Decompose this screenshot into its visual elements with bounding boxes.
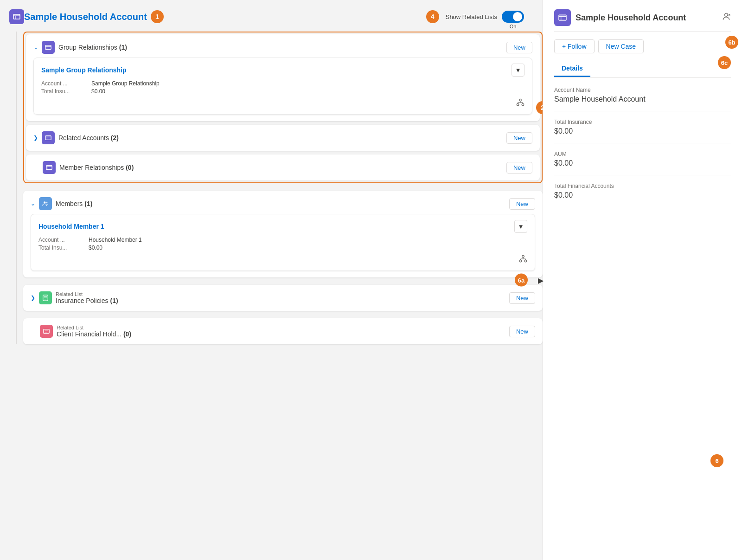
related-accounts-new-button[interactable]: New	[506, 132, 532, 144]
hm-field1-value: Household Member 1	[89, 237, 527, 243]
page-header: Sample Household Account 1 4 Show Relate…	[9, 9, 543, 24]
svg-rect-32	[44, 329, 49, 334]
hm-field1-label: Account ...	[38, 237, 85, 243]
item-card-header: Sample Group Relationship ▼	[41, 64, 525, 77]
household-hierarchy-icon[interactable]	[519, 255, 527, 265]
right-panel-header: Sample Household Account	[554, 9, 731, 32]
details-tabs: Details 6c	[554, 61, 731, 77]
toggle-switch[interactable]: On	[502, 11, 524, 23]
highlighted-group: 2 ⌄ Group Relationships (1)	[23, 32, 543, 183]
left-panel: Sample Household Account 1 4 Show Relate…	[0, 0, 543, 560]
group-relationships-card: ⌄ Group Relationships (1) New	[26, 34, 540, 121]
show-related-label: Show Related Lists	[446, 13, 497, 20]
hm-field2-value: $0.00	[89, 245, 527, 251]
total-insurance-label: Total Insurance	[554, 119, 731, 125]
gr-field2-value: $0.00	[91, 88, 525, 95]
hm-field2-label: Total Insu...	[38, 245, 85, 251]
new-case-button[interactable]: New Case	[598, 39, 644, 53]
client-financial-hold-card: Related List Client Financial Hold... (0…	[23, 318, 543, 344]
page-header-icon	[9, 9, 24, 24]
members-title: Members (1)	[56, 200, 505, 207]
client-financial-hold-title: Client Financial Hold... (0)	[57, 330, 505, 338]
account-name-field: Account Name Sample Household Account	[554, 87, 731, 111]
group-relationship-link[interactable]: Sample Group Relationship	[41, 66, 127, 74]
household-member-item: Household Member 1 ▼ Account ... Househo…	[31, 214, 535, 271]
gr-field1-value: Sample Group Relationship	[91, 80, 525, 87]
related-accounts-card: ❯ Related Accounts (2) New	[26, 125, 540, 151]
household-member-fields: Account ... Household Member 1 Total Ins…	[38, 237, 527, 251]
svg-point-6	[519, 99, 522, 101]
total-insurance-value: $0.00	[554, 127, 731, 135]
total-insurance-field: Total Insurance $0.00	[554, 119, 731, 143]
member-relationships-icon	[43, 161, 56, 174]
client-financial-hold-new-button[interactable]: New	[509, 326, 535, 337]
right-panel-icon	[554, 9, 571, 26]
client-financial-hold-rl-label: Related List	[57, 325, 505, 330]
svg-point-22	[519, 260, 522, 262]
svg-point-21	[522, 255, 525, 257]
svg-rect-35	[559, 15, 566, 20]
members-header: ⌄ Members (1) New	[31, 197, 535, 210]
members-new-button[interactable]: New	[509, 198, 535, 210]
client-financial-hold-header: Related List Client Financial Hold... (0…	[31, 325, 535, 338]
follow-button[interactable]: + Follow	[554, 39, 595, 53]
action-buttons: + Follow New Case 6b	[554, 39, 731, 53]
group-relationships-icon	[42, 41, 55, 54]
client-financial-hold-icon	[40, 325, 53, 338]
member-relationships-new-button[interactable]: New	[506, 162, 532, 174]
members-chevron-down[interactable]: ⌄	[31, 200, 35, 207]
item-card-footer	[41, 98, 525, 109]
account-name-value: Sample Household Account	[554, 95, 731, 103]
badge-6b: 6b	[725, 36, 738, 49]
insurance-policies-section: 5 ❯ Related List	[23, 285, 543, 311]
page-title[interactable]: Sample Household Account	[24, 12, 147, 22]
insurance-chevron-right[interactable]: ❯	[31, 295, 35, 301]
svg-point-23	[525, 260, 527, 262]
panel-arrow-wrapper: 6a ▶	[538, 276, 544, 284]
group-relationships-title: Group Relationships (1)	[58, 44, 503, 51]
group-relationship-dropdown[interactable]: ▼	[512, 64, 525, 77]
card-header: ⌄ Group Relationships (1) New	[33, 41, 532, 54]
toggle-thumb	[513, 12, 522, 21]
svg-rect-0	[13, 14, 20, 19]
details-tab[interactable]: Details	[554, 61, 590, 77]
right-panel: Sample Household Account + Follow New Ca…	[543, 0, 742, 560]
aum-value: $0.00	[554, 159, 731, 167]
svg-point-7	[517, 103, 519, 106]
detail-fields: Account Name Sample Household Account To…	[554, 87, 731, 207]
insurance-policies-new-button[interactable]: New	[509, 292, 535, 304]
related-accounts-title: Related Accounts (2)	[58, 134, 503, 142]
member-relationships-title: Member Relationships (0)	[59, 164, 503, 171]
chevron-right-icon[interactable]: ❯	[33, 135, 38, 141]
aum-label: AUM	[554, 151, 731, 157]
total-financial-accounts-label: Total Financial Accounts	[554, 183, 731, 189]
gr-field2-label: Total Insu...	[41, 88, 88, 95]
household-member-header: Household Member 1 ▼	[38, 220, 527, 233]
group-relationship-item: Sample Group Relationship ▼ Account ... …	[33, 58, 532, 115]
group-relationships-new-button[interactable]: New	[506, 42, 532, 53]
member-relationships-header: Member Relationships (0) New	[33, 161, 532, 174]
related-accounts-icon	[42, 131, 55, 144]
svg-point-20	[46, 202, 48, 204]
person-icon	[722, 12, 731, 24]
members-icon	[39, 197, 52, 210]
insurance-policies-card: ❯ Related List Insurance Policies	[23, 285, 543, 311]
timeline-line	[16, 32, 17, 344]
household-member-dropdown[interactable]: ▼	[514, 220, 527, 233]
gr-field1-label: Account ...	[41, 80, 88, 87]
right-panel-title: Sample Household Account	[576, 13, 717, 23]
content-area: 2 ⌄ Group Relationships (1)	[9, 32, 543, 344]
member-relationships-card: Member Relationships (0) New	[26, 154, 540, 180]
insurance-policies-icon	[39, 291, 52, 304]
household-member-link[interactable]: Household Member 1	[38, 223, 104, 230]
chevron-down-icon[interactable]: ⌄	[33, 44, 38, 51]
related-accounts-header: ❯ Related Accounts (2) New	[33, 131, 532, 144]
insurance-related-list-label: Related List	[56, 292, 505, 297]
badge-6a: 6a	[515, 274, 528, 287]
insurance-policies-label-group: Related List Insurance Policies (1)	[56, 292, 505, 304]
show-related-toggle: 4 Show Related Lists On	[426, 10, 524, 23]
hierarchy-icon[interactable]	[516, 98, 525, 109]
svg-point-8	[522, 103, 524, 106]
household-member-footer	[38, 255, 527, 265]
svg-rect-16	[46, 166, 52, 170]
